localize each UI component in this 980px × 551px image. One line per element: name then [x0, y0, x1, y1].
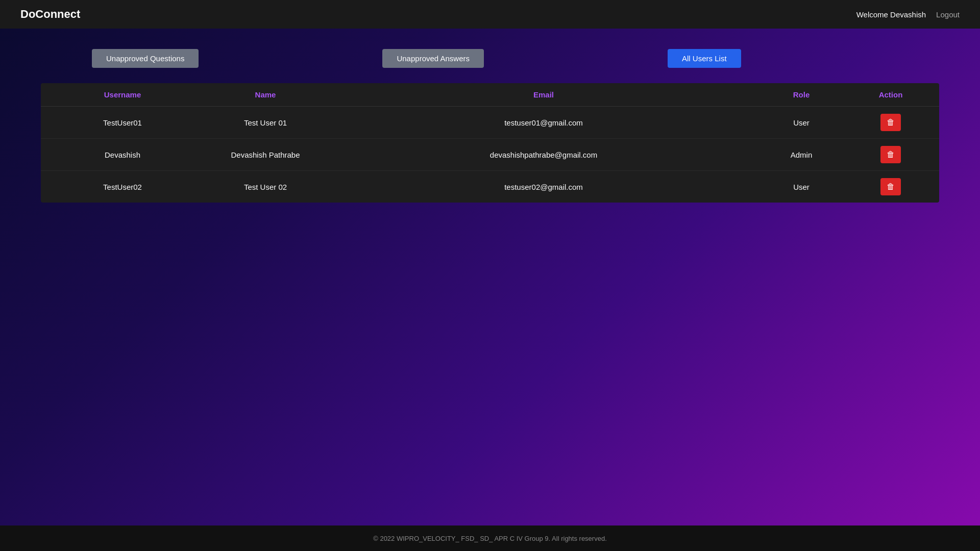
table-row: TestUser02 Test User 02 testuser02@gmail…: [41, 171, 939, 203]
nav-buttons: Unapproved Questions Unapproved Answers …: [41, 49, 939, 68]
delete-button[interactable]: 🗑: [880, 146, 901, 163]
col-role: Role: [750, 90, 852, 99]
col-name: Name: [194, 90, 337, 99]
trash-icon: 🗑: [887, 150, 895, 159]
header: DoConnect Welcome Devashish Logout: [0, 0, 980, 29]
trash-icon: 🗑: [887, 182, 895, 191]
trash-icon: 🗑: [887, 118, 895, 127]
app-logo: DoConnect: [20, 8, 80, 21]
cell-action: 🗑: [852, 114, 929, 131]
cell-name: Devashish Pathrabe: [194, 151, 337, 159]
cell-username: TestUser02: [51, 183, 194, 191]
cell-email: testuser02@gmail.com: [337, 183, 750, 191]
cell-action: 🗑: [852, 146, 929, 163]
unapproved-answers-button[interactable]: Unapproved Answers: [382, 49, 484, 68]
cell-role: Admin: [750, 151, 852, 159]
table-row: TestUser01 Test User 01 testuser01@gmail…: [41, 107, 939, 139]
welcome-text: Welcome Devashish: [856, 10, 926, 19]
col-action: Action: [852, 90, 929, 99]
all-users-button[interactable]: All Users List: [668, 49, 741, 68]
footer: © 2022 WIPRO_VELOCITY_ FSD_ SD_ APR C IV…: [0, 525, 980, 551]
col-username: Username: [51, 90, 194, 99]
main-content: Unapproved Questions Unapproved Answers …: [0, 29, 980, 525]
header-right: Welcome Devashish Logout: [856, 10, 960, 19]
delete-button[interactable]: 🗑: [880, 114, 901, 131]
col-email: Email: [337, 90, 750, 99]
unapproved-questions-button[interactable]: Unapproved Questions: [92, 49, 199, 68]
cell-email: testuser01@gmail.com: [337, 118, 750, 127]
footer-text: © 2022 WIPRO_VELOCITY_ FSD_ SD_ APR C IV…: [373, 535, 607, 542]
cell-username: TestUser01: [51, 118, 194, 127]
cell-name: Test User 02: [194, 183, 337, 191]
cell-action: 🗑: [852, 178, 929, 195]
cell-role: User: [750, 183, 852, 191]
cell-role: User: [750, 118, 852, 127]
cell-email: devashishpathrabe@gmail.com: [337, 151, 750, 159]
table-row: Devashish Devashish Pathrabe devashishpa…: [41, 139, 939, 171]
table-header: Username Name Email Role Action: [41, 83, 939, 107]
cell-username: Devashish: [51, 151, 194, 159]
users-table: Username Name Email Role Action TestUser…: [41, 83, 939, 203]
cell-name: Test User 01: [194, 118, 337, 127]
delete-button[interactable]: 🗑: [880, 178, 901, 195]
logout-button[interactable]: Logout: [936, 10, 960, 19]
